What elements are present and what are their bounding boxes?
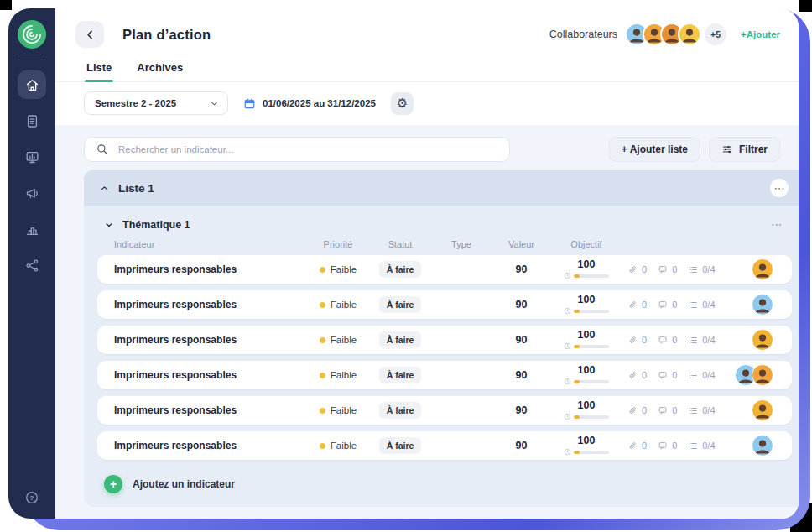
sidebar-item-statistics[interactable] [18, 215, 46, 243]
collaborators-extra-badge: +5 [703, 22, 728, 47]
column-priority: Priorité [308, 239, 368, 249]
row-avatars [728, 435, 783, 456]
chevron-down-icon [104, 220, 114, 230]
avatar [752, 329, 773, 351]
value-cell: 90 [491, 299, 552, 310]
status-cell: À faire [368, 402, 432, 419]
value-cell: 90 [491, 440, 552, 451]
value-cell: 90 [491, 369, 552, 381]
home-icon [24, 77, 40, 93]
status-badge: À faire [379, 367, 422, 383]
theme-menu-button[interactable]: ⋯ [771, 218, 785, 231]
comments-counter[interactable]: 0 [658, 300, 677, 310]
checklist-icon [688, 300, 699, 310]
avatar [752, 399, 773, 421]
list-menu-button[interactable]: ⋯ [770, 179, 789, 197]
progress-fill [574, 451, 580, 454]
list-header[interactable]: Liste 1 ⋯ [84, 170, 799, 206]
period-select[interactable]: Semestre 2 - 2025 [84, 91, 228, 115]
priority-cell: Faible [308, 300, 368, 310]
comments-counter[interactable]: 0 [658, 370, 677, 381]
paperclip-icon [627, 264, 638, 275]
filter-button[interactable]: Filtrer [709, 137, 780, 162]
table-row[interactable]: Imprimeurs responsables Faible À faire 9… [97, 290, 792, 319]
priority-dot-icon [320, 373, 325, 378]
network-icon [24, 258, 40, 274]
date-range-text: 01/06/2025 au 31/12/2025 [263, 98, 376, 108]
theme-header[interactable]: Thématique 1 ⋯ [97, 213, 792, 231]
priority-cell: Faible [308, 370, 368, 380]
comments-counter[interactable]: 0 [658, 335, 677, 346]
filter-button-label: Filtrer [739, 143, 768, 155]
paperclip-icon [627, 405, 638, 416]
priority-label: Faible [331, 264, 357, 274]
comment-icon [658, 264, 669, 275]
search-row: + Ajouter liste Filtrer [84, 137, 780, 162]
help-button[interactable]: ? [8, 490, 55, 505]
document-icon [24, 113, 40, 129]
attachments-counter[interactable]: 0 [627, 300, 647, 310]
status-cell: À faire [368, 261, 432, 278]
comments-counter[interactable]: 0 [658, 264, 677, 275]
theme-title: Thématique 1 [122, 219, 190, 231]
objective-value: 100 [578, 365, 596, 377]
indicator-name: Imprimeurs responsables [114, 369, 308, 381]
paperclip-icon [627, 441, 638, 451]
chevron-left-icon [84, 29, 96, 41]
table-row[interactable]: Imprimeurs responsables Faible À faire 9… [97, 255, 792, 284]
checklist-counter[interactable]: 0/4 [688, 370, 715, 381]
progress-fill [574, 415, 580, 419]
progress-track [574, 274, 609, 278]
progress-track [574, 345, 609, 348]
attachments-counter[interactable]: 0 [627, 405, 647, 416]
attachments-counter[interactable]: 0 [627, 335, 647, 346]
checklist-counter[interactable]: 0/4 [688, 264, 715, 275]
checklist-counter[interactable]: 0/4 [688, 335, 715, 346]
add-indicator-button[interactable]: + Ajoutez un indicateur [97, 467, 792, 493]
sliders-icon [721, 143, 733, 155]
comments-counter[interactable]: 0 [658, 405, 677, 416]
row-avatars [728, 329, 783, 351]
sidebar-item-communication[interactable] [18, 179, 46, 207]
attachments-counter[interactable]: 0 [627, 441, 647, 451]
objective-progress [564, 307, 609, 315]
objective-value: 100 [578, 259, 596, 271]
checklist-counter[interactable]: 0/4 [688, 441, 715, 451]
comment-icon [658, 335, 669, 346]
checklist-counter[interactable]: 0/4 [688, 300, 715, 310]
checklist-counter[interactable]: 0/4 [688, 405, 715, 416]
table-row[interactable]: Imprimeurs responsables Faible À faire 9… [97, 326, 792, 354]
checklist-icon [688, 335, 699, 346]
priority-dot-icon [320, 302, 325, 308]
objective-value: 100 [578, 400, 596, 412]
status-badge: À faire [379, 331, 422, 348]
sidebar-item-documents[interactable] [18, 107, 46, 135]
search-input[interactable] [84, 137, 510, 162]
priority-label: Faible [331, 300, 357, 310]
collaborator-avatars [625, 23, 701, 46]
priority-cell: Faible [308, 405, 368, 415]
comments-counter[interactable]: 0 [658, 441, 677, 451]
tab-archives[interactable]: Archives [137, 61, 183, 81]
megaphone-icon [24, 185, 40, 201]
progress-fill [574, 274, 580, 278]
sidebar-item-network[interactable] [18, 251, 46, 279]
add-list-button[interactable]: + Ajouter liste [609, 137, 700, 162]
settings-button[interactable]: ⚙ [391, 92, 414, 115]
tab-liste[interactable]: Liste [86, 61, 112, 81]
date-range[interactable]: 01/06/2025 au 31/12/2025 [243, 97, 376, 110]
attachments-counter[interactable]: 0 [627, 264, 647, 275]
sidebar-item-home[interactable] [18, 70, 46, 99]
attachments-counter[interactable]: 0 [627, 370, 647, 381]
column-objective: Objectif [552, 239, 621, 249]
status-badge: À faire [379, 261, 422, 278]
table-row[interactable]: Imprimeurs responsables Faible À faire 9… [97, 396, 792, 425]
table-row[interactable]: Imprimeurs responsables Faible À faire 9… [97, 431, 792, 460]
row-avatars [728, 364, 783, 386]
objective-cell: 100 [552, 400, 621, 421]
add-collaborator-link[interactable]: +Ajouter [741, 29, 780, 39]
back-button[interactable] [75, 21, 104, 48]
app-logo-icon[interactable] [17, 19, 47, 50]
table-row[interactable]: Imprimeurs responsables Faible À faire 9… [97, 361, 792, 389]
sidebar-item-dashboard[interactable] [18, 143, 46, 171]
